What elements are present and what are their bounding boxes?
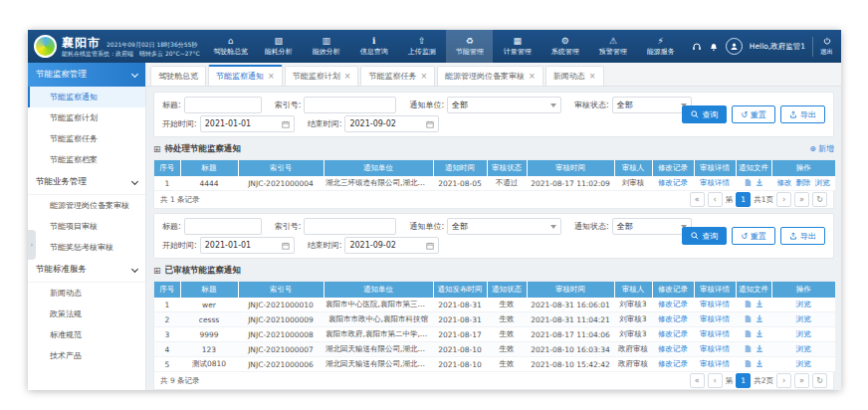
reviewed-end-date-input[interactable]: 2021-09-02 [344, 237, 439, 254]
modify-record-link[interactable]: 修改记录 [658, 344, 688, 353]
reviewed-reset-button[interactable]: ↺ 重置 [732, 227, 775, 245]
download-icon[interactable] [756, 300, 763, 308]
modify-record-link[interactable]: 修改记录 [658, 314, 688, 323]
logout-button[interactable]: 退出 [812, 37, 833, 57]
audit-detail-link[interactable]: 审核详情 [700, 314, 730, 323]
pending-query-button[interactable]: 查询 [682, 105, 727, 123]
modify-record-link[interactable]: 修改记录 [658, 178, 688, 187]
download-icon[interactable] [756, 314, 763, 322]
nav-label: 节能管理 [456, 47, 484, 57]
bell-icon[interactable] [709, 37, 719, 56]
avatar[interactable] [726, 38, 743, 55]
sidebar-item-jiancha-renwu[interactable]: 节能监察任务 [28, 128, 145, 149]
close-tab-icon[interactable]: × [589, 72, 596, 81]
sidebar-item-xinwen-dongtai[interactable]: 新闻动态 [28, 283, 145, 304]
pending-reset-button[interactable]: ↺ 重置 [732, 105, 775, 123]
nav-item-energy-analysis[interactable]: ▧ 能耗分析 [255, 30, 302, 63]
last-page-button[interactable]: » [794, 192, 809, 207]
sidebar-item-jishu-chanpin[interactable]: 技术产品 [28, 345, 145, 366]
reviewed-status-select[interactable]: 全部 [612, 218, 692, 235]
first-page-button[interactable]: « [690, 192, 705, 207]
view-link[interactable]: 浏览 [796, 344, 811, 353]
first-page-button[interactable]: « [690, 373, 705, 388]
download-icon[interactable] [756, 329, 763, 337]
sidebar-collapse-handle[interactable]: › [28, 230, 36, 260]
pending-export-button[interactable]: 导出 [780, 105, 825, 123]
sidebar-item-zhengce-fagui[interactable]: 政策法规 [28, 304, 145, 324]
refresh-button[interactable]: ↻ [812, 373, 827, 388]
reviewed-index-input[interactable] [304, 218, 396, 235]
sidebar-item-jiancha-jihua[interactable]: 节能监察计划 [28, 107, 145, 128]
close-tab-icon[interactable]: × [344, 72, 351, 81]
tab-jiancha-tongzhi[interactable]: 节能监察通知 × [208, 65, 283, 86]
view-link[interactable]: 浏览 [796, 314, 811, 323]
reviewed-unit-select[interactable]: 全部 [447, 218, 561, 235]
modify-record-link[interactable]: 修改记录 [658, 359, 688, 368]
nav-item-energy-service[interactable]: ⚡ 能源服务 [637, 30, 684, 63]
close-tab-icon[interactable]: × [529, 72, 536, 81]
tab-jiancha-renwu[interactable]: 节能监察任务 × [360, 66, 435, 86]
audit-detail-link[interactable]: 审核详情 [700, 300, 730, 308]
nav-item-system-mgmt[interactable]: ⚙ 系统管理 [542, 30, 588, 63]
download-icon[interactable] [756, 359, 763, 367]
pending-end-date-input[interactable]: 2021-09-02 [344, 115, 439, 132]
chevron-down-icon [131, 265, 138, 272]
next-page-button[interactable]: › [776, 373, 791, 388]
reviewed-title-input[interactable] [184, 218, 262, 235]
sidebar-item-xiangmu-shenhe[interactable]: 节能项目审核 [28, 216, 145, 237]
current-page[interactable]: 1 [736, 192, 751, 207]
pending-unit-select[interactable]: 全部 [447, 97, 561, 113]
delete-link[interactable]: 删除 [796, 178, 811, 188]
nav-item-upload-monitor[interactable]: ⇧ 上传监测 [398, 30, 445, 63]
tab-dashboard[interactable]: 驾驶舱总览 [150, 66, 206, 86]
sidebar-group-biaozhun-fuwu[interactable]: 节能标准服务 [28, 258, 145, 283]
modify-record-link[interactable]: 修改记录 [658, 329, 688, 338]
view-link[interactable]: 浏览 [796, 359, 811, 368]
pending-title-input[interactable] [184, 97, 262, 113]
nav-item-energy-saving-mgmt[interactable]: ♻ 节能管理 [446, 30, 493, 63]
tab-gangwei-beian[interactable]: 能源管理岗位备案审核 × [437, 66, 543, 86]
nav-item-info-query[interactable]: ℹ 信息查询 [350, 30, 397, 63]
last-page-button[interactable]: » [794, 373, 809, 388]
download-icon[interactable] [756, 178, 763, 186]
current-page[interactable]: 1 [736, 373, 751, 388]
sidebar-group-jianneng-yewu[interactable]: 节能业务管理 [28, 170, 145, 195]
prev-page-button[interactable]: ‹ [708, 373, 723, 388]
nav-item-alert-mgmt[interactable]: ⚠ 预警管理 [589, 30, 636, 63]
nav-item-metering-mgmt[interactable]: ▦ 计量管理 [494, 30, 541, 63]
close-tab-icon[interactable]: × [268, 72, 275, 81]
modify-record-link[interactable]: 修改记录 [658, 300, 688, 308]
audit-detail-link[interactable]: 审核详情 [700, 178, 730, 187]
edit-link[interactable]: 修改 [777, 178, 792, 188]
view-link[interactable]: 浏览 [796, 329, 811, 338]
pending-start-date-input[interactable]: 2021-01-01 [200, 115, 295, 132]
pending-index-input[interactable] [304, 97, 396, 113]
view-link[interactable]: 浏览 [815, 178, 830, 188]
headset-icon[interactable] [692, 37, 702, 56]
close-tab-icon[interactable]: × [420, 72, 427, 81]
reviewed-export-button[interactable]: 导出 [780, 227, 825, 245]
nav-item-efficiency-analysis[interactable]: ▥ 能效分析 [303, 30, 349, 63]
sidebar-group-jianneng-jiancha[interactable]: 节能监察管理 [28, 63, 145, 87]
sidebar-item-jiangcheng-kaohe[interactable]: 节能奖惩考核审核 [28, 237, 145, 258]
audit-detail-link[interactable]: 审核详情 [700, 329, 730, 338]
audit-detail-link[interactable]: 审核详情 [700, 344, 730, 353]
tab-jiancha-jihua[interactable]: 节能监察计划 × [285, 66, 359, 86]
reviewed-start-date-input[interactable]: 2021-01-01 [200, 237, 295, 254]
pending-status-select[interactable]: 全部 [612, 97, 692, 113]
tab-xinwen-dongtai[interactable]: 新闻动态 × [545, 66, 604, 86]
audit-detail-link[interactable]: 审核详情 [700, 359, 730, 368]
sidebar-item-jiancha-tongzhi[interactable]: 节能监察通知 [28, 87, 145, 107]
sidebar-item-gangwei-beian[interactable]: 能源管理岗位备案审核 [28, 195, 145, 216]
download-icon[interactable] [756, 344, 763, 352]
sidebar-item-biaozhun-guifan[interactable]: 标准规范 [28, 324, 145, 345]
sidebar-item-jiancha-dangan[interactable]: 节能监察档案 [28, 149, 145, 170]
nav-item-dashboard[interactable]: ⌂ 驾驶舱总览 [207, 30, 254, 63]
prev-page-button[interactable]: ‹ [708, 192, 723, 207]
add-notice-button[interactable]: ⊕ 新增 [809, 143, 834, 154]
nav-label: 计量管理 [504, 47, 532, 57]
next-page-button[interactable]: › [776, 192, 791, 207]
reviewed-query-button[interactable]: 查询 [682, 227, 727, 245]
view-link[interactable]: 浏览 [796, 300, 811, 308]
refresh-button[interactable]: ↻ [812, 192, 827, 207]
